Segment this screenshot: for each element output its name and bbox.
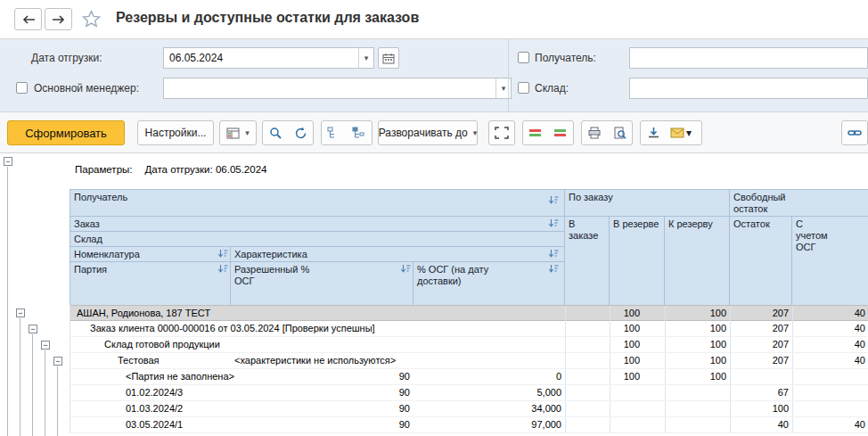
cell-osg-pct: 0	[414, 369, 565, 384]
refresh-icon	[294, 127, 307, 140]
manager-checkbox[interactable]	[16, 82, 28, 94]
table-row-order[interactable]: Заказ клиента 0000-000016 от 03.05.2024 …	[70, 321, 868, 337]
report-toolbar: Сформировать Настройки... ▾ Разворачиват…	[0, 112, 868, 153]
table-row-nomenclature[interactable]: Тестовая <характеристики не используются…	[70, 353, 868, 369]
send-mail-button[interactable]: ▾	[666, 121, 696, 144]
cell-to-reserve	[665, 385, 730, 400]
download-icon	[647, 127, 660, 139]
tree-expander-warehouse[interactable]: −	[41, 341, 50, 350]
cell-in-reserve	[610, 385, 665, 400]
cell-with-osg: 40	[792, 321, 868, 336]
collapse-groups-button[interactable]	[322, 121, 347, 144]
expand-groups-button[interactable]	[347, 121, 372, 144]
sort-icon[interactable]	[548, 195, 559, 205]
header-cell-characteristic: Характеристика	[231, 247, 565, 262]
manager-input[interactable]: ▾	[163, 78, 512, 99]
save-button[interactable]	[641, 121, 666, 144]
row-label: 03.05.2024/1	[70, 417, 231, 432]
expand-to-label: Разворачивать до	[379, 127, 468, 139]
cell-in-order: 100	[565, 321, 610, 336]
manager-label: Основной менеджер:	[34, 82, 139, 95]
params-value: Дата отгрузки: 06.05.2024	[145, 164, 267, 175]
cell-characteristic: <характеристики не используются>	[231, 353, 414, 368]
sort-icon[interactable]	[217, 249, 228, 259]
favorite-star-icon[interactable]	[82, 10, 101, 30]
settings-button[interactable]: Настройки...	[137, 120, 214, 145]
window-header: Резервы и доступные остатки для заказов	[0, 0, 868, 39]
sort-icon[interactable]	[217, 264, 228, 274]
variants-caret-icon: ▾	[245, 128, 250, 137]
cell-with-osg: 40	[792, 337, 868, 352]
sort-icon[interactable]	[548, 218, 559, 228]
warehouse-label: Склад:	[535, 82, 569, 95]
params-label: Параметры:	[75, 164, 133, 175]
cell-in-order: 100	[565, 337, 610, 352]
header-cell-balance: Остаток	[730, 217, 792, 306]
cell-balance: 207	[730, 353, 792, 368]
back-button[interactable]	[14, 8, 42, 30]
report-parameters: Параметры:Дата отгрузки: 06.05.2024	[75, 164, 266, 175]
cell-to-reserve	[665, 401, 730, 416]
cell-osg-pct: 97,000	[414, 417, 565, 432]
app-window: Резервы и доступные остатки для заказов …	[0, 0, 868, 436]
sort-icon[interactable]	[548, 264, 559, 274]
ship-date-input[interactable]: 06.05.2024 ▾	[163, 47, 374, 69]
printer-icon	[587, 127, 602, 139]
header-cell-by-order: По заказу	[565, 190, 730, 217]
table-row-batch[interactable]: 01.03.2024/2 90 34,000 100	[70, 401, 868, 417]
row-label: 01.02.2024/3	[70, 385, 231, 400]
print-buttons-group	[581, 120, 633, 145]
table-row-warehouse[interactable]: Склад готовой продукции 100 100 207 40	[70, 337, 868, 353]
cell-in-order: 100	[565, 369, 610, 384]
fullscreen-icon	[495, 127, 509, 139]
print-button[interactable]	[582, 121, 607, 144]
recipient-input[interactable]	[629, 47, 868, 69]
tree-expander-recipient[interactable]: −	[16, 308, 25, 317]
cell-in-order	[565, 401, 610, 416]
warehouse-checkbox[interactable]	[518, 82, 529, 94]
table-row-recipient-group[interactable]: АШАН, Родионова, 187 ТЕСТ 100 100 207 40	[70, 305, 868, 321]
ship-date-value: 06.05.2024	[164, 52, 358, 64]
cell-osg-pct: 5,000	[414, 385, 565, 400]
fullscreen-button[interactable]	[488, 120, 515, 145]
ship-date-caret-icon[interactable]: ▾	[358, 48, 373, 68]
report-table-header: Получатель По заказу Свободный остаток З…	[70, 189, 868, 305]
forward-button[interactable]	[45, 8, 72, 30]
generate-button[interactable]: Сформировать	[7, 120, 125, 145]
sort-icon[interactable]	[548, 249, 559, 259]
tree-expander-root[interactable]: −	[4, 157, 12, 166]
red-green-bars-icon	[528, 128, 543, 138]
header-cell-to-reserve: К резерву	[665, 217, 730, 306]
cell-with-osg	[792, 385, 868, 400]
sort-icon[interactable]	[400, 264, 411, 274]
table-row-batch[interactable]: 01.02.2024/3 90 5,000 67	[70, 385, 868, 401]
tree-line	[7, 167, 8, 436]
link-icon	[848, 127, 862, 139]
table-row-batch[interactable]: 03.05.2024/1 90 97,000 40 40	[70, 417, 868, 433]
expand-to-button[interactable]: Разворачивать до ▾	[378, 120, 478, 145]
arrow-right-icon	[52, 14, 66, 25]
table-row-batch[interactable]: <Партия не заполнена> 90 0 100 100	[70, 369, 868, 385]
print-preview-button[interactable]	[607, 121, 632, 144]
cell-allowed-osg: 90	[231, 385, 414, 400]
positive-highlight-button[interactable]	[548, 121, 573, 144]
row-label: Склад готовой продукции	[70, 337, 231, 352]
warehouse-input[interactable]	[629, 78, 868, 99]
get-link-button[interactable]	[841, 120, 868, 145]
cell-with-osg: 40	[792, 353, 868, 368]
tree-expander-nomenclature[interactable]: −	[53, 357, 62, 366]
recipient-checkbox[interactable]	[518, 52, 529, 63]
search-button[interactable]	[263, 121, 288, 144]
tree-expander-order[interactable]: −	[29, 325, 37, 333]
green-red-bars-icon	[553, 128, 568, 138]
filter-splitter[interactable]	[508, 39, 509, 112]
calendar-button[interactable]	[378, 47, 399, 69]
tree-line	[57, 366, 58, 436]
report-variants-button[interactable]: ▾	[219, 120, 257, 145]
header-cell-warehouse: Склад	[70, 232, 565, 247]
cell-with-osg	[792, 401, 868, 416]
negative-highlight-button[interactable]	[523, 121, 548, 144]
ship-date-label: Дата отгрузки:	[31, 52, 102, 64]
header-cell-in-order: В заказе	[565, 217, 610, 306]
refresh-button[interactable]	[288, 121, 313, 144]
